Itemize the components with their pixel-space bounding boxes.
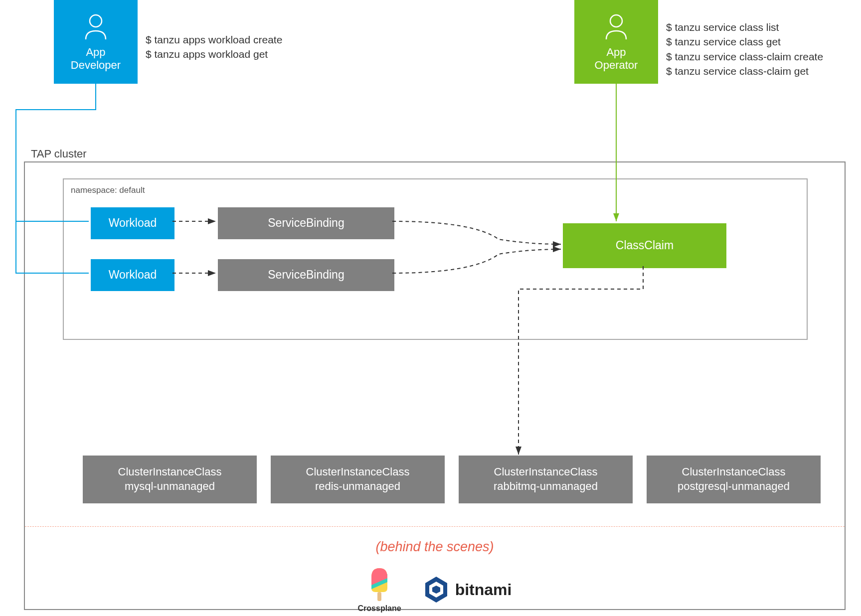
cmd-line: $ tanzu apps workload create xyxy=(146,32,282,47)
app-developer-persona: AppDeveloper xyxy=(54,0,138,84)
namespace-label: namespace: default xyxy=(71,185,145,195)
classclaim-node: ClassClaim xyxy=(563,223,726,268)
developer-commands: $ tanzu apps workload create $ tanzu app… xyxy=(146,32,282,62)
popsicle-icon xyxy=(367,566,391,602)
cic-postgresql: ClusterInstanceClass postgresql-unmanage… xyxy=(647,456,821,503)
hexagon-icon xyxy=(421,575,451,605)
app-developer-label: AppDeveloper xyxy=(71,46,121,72)
bitnami-logo: bitnami xyxy=(421,575,512,605)
cic-sub: mysql-unmanaged xyxy=(125,479,215,494)
svg-point-1 xyxy=(610,15,622,27)
cic-title: ClusterInstanceClass xyxy=(118,465,222,479)
logos-row: Crossplane bitnami xyxy=(25,566,845,613)
tap-cluster-label: TAP cluster xyxy=(31,148,87,160)
cic-sub: rabbitmq-unmanaged xyxy=(494,479,598,494)
workload-2: Workload xyxy=(91,259,174,291)
cic-mysql: ClusterInstanceClass mysql-unmanaged xyxy=(83,456,257,503)
person-icon xyxy=(601,12,631,42)
cic-sub: redis-unmanaged xyxy=(315,479,400,494)
behind-the-scenes-label: (behind the scenes) xyxy=(25,539,845,555)
cic-rabbitmq: ClusterInstanceClass rabbitmq-unmanaged xyxy=(459,456,633,503)
servicebinding-2: ServiceBinding xyxy=(218,259,394,291)
svg-rect-2 xyxy=(377,592,381,601)
servicebinding-1: ServiceBinding xyxy=(218,207,394,239)
divider-line xyxy=(25,526,845,527)
cic-title: ClusterInstanceClass xyxy=(494,465,598,479)
crossplane-logo: Crossplane xyxy=(358,566,401,613)
cmd-line: $ tanzu service class-claim create xyxy=(666,49,823,64)
workload-1: Workload xyxy=(91,207,174,239)
namespace-box: namespace: default Workload Workload Ser… xyxy=(63,178,808,340)
cmd-line: $ tanzu service class-claim get xyxy=(666,64,823,78)
person-icon xyxy=(81,12,111,42)
cmd-line: $ tanzu service class list xyxy=(666,20,823,34)
cmd-line: $ tanzu apps workload get xyxy=(146,47,282,61)
cic-sub: postgresql-unmanaged xyxy=(678,479,790,494)
cluster-instance-class-row: ClusterInstanceClass mysql-unmanaged Clu… xyxy=(83,456,821,503)
cic-redis: ClusterInstanceClass redis-unmanaged xyxy=(271,456,445,503)
tap-cluster-box: TAP cluster namespace: default Workload … xyxy=(24,161,846,610)
cic-title: ClusterInstanceClass xyxy=(682,465,786,479)
crossplane-text: Crossplane xyxy=(358,604,401,613)
svg-point-0 xyxy=(90,15,102,27)
operator-commands: $ tanzu service class list $ tanzu servi… xyxy=(666,20,823,79)
app-operator-persona: AppOperator xyxy=(574,0,658,84)
cmd-line: $ tanzu service class get xyxy=(666,34,823,49)
app-operator-label: AppOperator xyxy=(595,46,638,72)
bitnami-text: bitnami xyxy=(455,581,512,599)
cic-title: ClusterInstanceClass xyxy=(306,465,410,479)
